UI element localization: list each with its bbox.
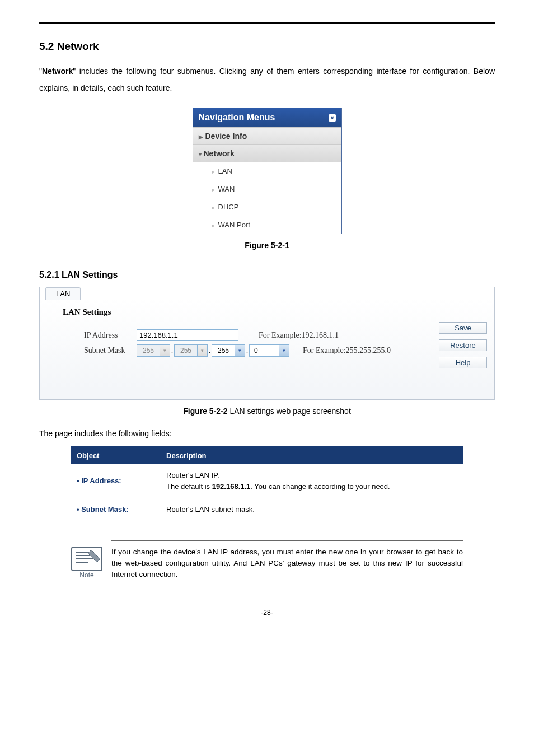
note-block: Note If you change the device's LAN IP a… (71, 538, 463, 586)
page-number: -28- (39, 609, 495, 617)
nav-sub-wan[interactable]: ▸WAN (193, 180, 341, 198)
save-button[interactable]: Save (439, 322, 487, 334)
figure-1-caption: Figure 5-2-1 (39, 241, 495, 250)
object-ip-address: IP Address: (77, 477, 121, 485)
note-text: If you change the device's LAN IP addres… (111, 540, 463, 586)
th-description: Description (161, 447, 463, 464)
mask-octet-3-select[interactable]: 255▾ (212, 344, 245, 357)
subnet-mask-hint: For Example:255.255.255.0 (303, 346, 391, 355)
table-row: IP Address: Router's LAN IP. The default… (71, 464, 463, 498)
chevron-right-icon: ▸ (212, 222, 215, 228)
mask-octet-2-select[interactable]: 255▾ (174, 344, 208, 357)
figure-2-label: Figure 5-2-2 (183, 407, 227, 416)
lan-tab-label: LAN (56, 290, 70, 298)
desc-ip-line1: Router's LAN IP. (166, 471, 219, 479)
chevron-down-icon: ▾ (197, 345, 207, 356)
nav-sub-dhcp[interactable]: ▸DHCP (193, 198, 341, 216)
chevron-down-icon: ▾ (235, 345, 245, 356)
th-object: Object (71, 447, 161, 464)
note-label: Note (79, 571, 94, 578)
desc-ip-line2-post: . You can change it according to your ne… (250, 482, 390, 491)
mask-octet-3-value: 255 (212, 347, 235, 354)
desc-ip-address: Router's LAN IP. The default is 192.168.… (161, 464, 463, 498)
mask-octet-4-select[interactable]: 0▾ (249, 344, 289, 357)
dot-separator: . (171, 347, 173, 355)
intro-bold: Network (42, 67, 73, 76)
top-divider (39, 22, 495, 24)
nav-sub-wan-port[interactable]: ▸WAN Port (193, 216, 341, 234)
nav-wanport-label: WAN Port (218, 221, 250, 229)
fields-table: Object Description IP Address: Router's … (71, 446, 463, 522)
nav-item-device-info[interactable]: ▶Device Info (193, 127, 341, 144)
subnet-mask-row: Subnet Mask 255▾. 255▾. 255▾. 0▾ For Exa… (47, 344, 487, 357)
ip-address-hint: For Example:192.168.1.1 (259, 331, 339, 340)
figure-2-caption: Figure 5-2-2 LAN settings web page scree… (39, 407, 495, 416)
note-icon: Note (71, 547, 102, 580)
nav-header: Navigation Menus « (193, 108, 341, 127)
intro-rest: " includes the following four submenus. … (39, 67, 495, 92)
side-buttons: Save Restore Help (439, 322, 487, 374)
restore-button-label: Restore (450, 341, 476, 349)
chevron-right-icon: ▶ (199, 134, 203, 140)
nav-device-info-label: Device Info (205, 132, 247, 141)
chevron-down-icon: ▾ (199, 151, 202, 157)
fields-intro: The page includes the following fields: (39, 429, 495, 438)
mask-octet-1-value: 255 (137, 347, 160, 354)
nav-sub-lan[interactable]: ▸LAN (193, 162, 341, 180)
collapse-icon[interactable]: « (329, 114, 335, 122)
section-heading: 5.2 Network (39, 40, 495, 53)
chevron-down-icon: ▾ (279, 345, 289, 356)
desc-ip-line2-pre: The default is (166, 482, 212, 491)
desc-subnet-mask: Router's LAN subnet mask. (161, 498, 463, 522)
chevron-right-icon: ▸ (212, 169, 215, 175)
chevron-right-icon: ▸ (212, 186, 215, 193)
save-button-label: Save (455, 324, 471, 332)
chevron-right-icon: ▸ (212, 204, 215, 211)
mask-octet-4-value: 0 (250, 347, 279, 354)
subnet-mask-selects: 255▾. 255▾. 255▾. 0▾ (137, 344, 292, 357)
restore-button[interactable]: Restore (439, 339, 487, 351)
subnet-mask-label: Subnet Mask (47, 346, 137, 355)
help-button-label: Help (456, 358, 471, 367)
nav-dhcp-label: DHCP (218, 203, 239, 211)
figure-2-text: LAN settings web page screenshot (228, 407, 351, 416)
lan-settings-screenshot: LAN LAN Settings IP Address For Example:… (39, 287, 495, 400)
help-button[interactable]: Help (439, 357, 487, 368)
table-row: Subnet Mask: Router's LAN subnet mask. (71, 498, 463, 522)
nav-lan-label: LAN (218, 167, 232, 175)
lan-tab[interactable]: LAN (45, 287, 81, 300)
section-intro: "Network" includes the following four su… (39, 63, 495, 96)
ip-address-row: IP Address For Example:192.168.1.1 (47, 329, 487, 341)
nav-wan-label: WAN (218, 185, 235, 193)
nav-network-label: Network (204, 149, 235, 158)
nav-item-network[interactable]: ▾Network (193, 144, 341, 162)
dot-separator: . (246, 347, 248, 355)
nav-menu-figure: Navigation Menus « ▶Device Info ▾Network… (193, 108, 342, 234)
ip-address-label: IP Address (47, 331, 137, 340)
mask-octet-1-select[interactable]: 255▾ (137, 344, 170, 357)
desc-ip-default: 192.168.1.1 (212, 482, 251, 491)
mask-octet-2-value: 255 (175, 347, 197, 354)
ip-address-input[interactable] (137, 329, 238, 341)
dot-separator: . (209, 347, 210, 355)
chevron-down-icon: ▾ (160, 345, 170, 356)
nav-title: Navigation Menus (199, 113, 275, 123)
lan-settings-title: LAN Settings (63, 307, 487, 317)
object-subnet-mask: Subnet Mask: (77, 505, 129, 514)
subsection-heading: 5.2.1 LAN Settings (39, 270, 495, 280)
